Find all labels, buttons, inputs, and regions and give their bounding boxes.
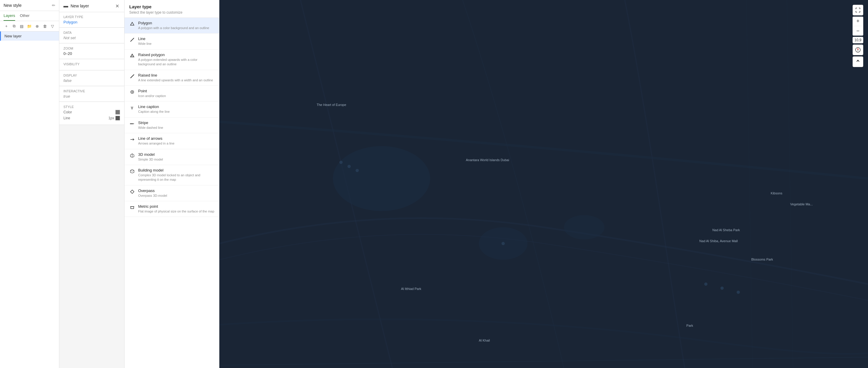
link-layer-button[interactable]: ⊗ — [34, 23, 40, 29]
line-label: Line — [63, 116, 70, 120]
layer-type-item-3d-model[interactable]: 3D modelSimple 3D model — [125, 149, 219, 165]
layer-type-item-metric-point[interactable]: Metric pointFlat image of physical size … — [125, 201, 219, 217]
layer-type-text-raised-polygon: Raised polygonA polygon extended upwards… — [138, 53, 214, 67]
zoom-in-button[interactable]: + — [852, 17, 863, 26]
svg-line-17 — [219, 357, 868, 365]
layer-type-desc-polygon: A polygon with a color background and an… — [138, 26, 214, 30]
zoom-section: Zoom 0–20 — [59, 44, 124, 59]
arrows-icon — [129, 137, 135, 142]
map-controls: + − 10,9 — [852, 5, 863, 67]
layer-type-item-raised-polygon[interactable]: Raised polygonA polygon extended upwards… — [125, 50, 219, 70]
zoom-out-button[interactable]: − — [852, 26, 863, 36]
layer-type-desc-line-of-arrows: Arrows arranged in a line — [138, 141, 214, 146]
building-model-icon — [129, 168, 135, 174]
svg-text:T: T — [131, 106, 133, 110]
layer-type-item-raised-line[interactable]: Raised lineA line extended upwards with … — [125, 70, 219, 86]
layer-type-text-3d-model: 3D modelSimple 3D model — [138, 152, 214, 162]
layer-type-item-stripe[interactable]: StripeWide dashed line — [125, 117, 219, 133]
layer-type-text-point: PointIcon and/or caption — [138, 89, 214, 98]
layer-type-desc-raised-polygon: A polygon extended upwards with a color … — [138, 58, 214, 67]
layer-type-desc-raised-line: A line extended upwards with a width and… — [138, 78, 214, 83]
layer-type-item-line[interactable]: LineWide line — [125, 33, 219, 49]
layer-type-panel-subtitle: Select the layer type to customize — [129, 10, 214, 15]
filter-layer-button[interactable]: ▽ — [49, 23, 56, 29]
svg-point-14 — [333, 146, 430, 211]
layer-panel: ▬ New layer ✕ Layer type Polygon Data No… — [59, 0, 125, 368]
layer-type-text-polygon: PolygonA polygon with a color background… — [138, 21, 214, 30]
layer-type-name-line: Line — [138, 36, 214, 41]
svg-rect-12 — [131, 206, 134, 209]
color-row: Color — [63, 110, 120, 115]
svg-line-0 — [130, 38, 134, 41]
line-color-swatch[interactable] — [115, 116, 120, 120]
location-button[interactable] — [852, 56, 863, 67]
svg-point-7 — [130, 123, 131, 124]
style-label: Style — [63, 105, 120, 109]
svg-line-19 — [746, 0, 754, 368]
layer-panel-title-group: ▬ New layer — [63, 3, 89, 9]
close-layer-panel-button[interactable]: ✕ — [114, 3, 120, 9]
map-label: Vegetable Ma... — [790, 202, 812, 206]
map-area[interactable]: The Heart of EuropeAnantara World Island… — [219, 0, 868, 368]
layer-type-item-building-model[interactable]: Building modelComplex 3D model locked to… — [125, 165, 219, 186]
layer-type-item-overpass[interactable]: OverpassOverpass 3D-model — [125, 186, 219, 201]
layer-list: New layer — [0, 31, 59, 368]
layer-type-label: Layer type — [63, 15, 120, 19]
3d-model-icon — [129, 152, 135, 159]
group-layer-button[interactable]: ▤ — [19, 23, 25, 29]
layer-type-item-line-caption[interactable]: TLine captionCaption along the line — [125, 102, 219, 117]
map-label: Park — [686, 324, 693, 327]
svg-point-16 — [564, 215, 604, 239]
map-background: The Heart of EuropeAnantara World Island… — [219, 0, 868, 368]
layer-type-desc-overpass: Overpass 3D-model — [138, 194, 214, 198]
folder-layer-button[interactable]: 📁 — [26, 23, 33, 29]
raised-polygon-icon — [129, 53, 135, 59]
map-label: Al Khail — [479, 339, 490, 342]
tab-layers[interactable]: Layers — [4, 11, 15, 21]
compass-button[interactable] — [852, 45, 863, 55]
interactive-label: Interactive — [63, 89, 120, 93]
layer-type-value[interactable]: Polygon — [63, 20, 120, 24]
svg-point-9 — [132, 123, 133, 124]
layer-type-text-line: LineWide line — [138, 36, 214, 46]
layer-type-text-overpass: OverpassOverpass 3D-model — [138, 189, 214, 198]
delete-layer-button[interactable]: 🗑 — [41, 23, 48, 29]
svg-line-20 — [787, 0, 795, 368]
interactive-section: Interactive true — [59, 86, 124, 102]
layer-type-icon: ▬ — [63, 3, 68, 9]
svg-point-4 — [132, 91, 133, 93]
copy-layer-button[interactable]: ⧉ — [11, 23, 17, 29]
polygon-icon — [129, 21, 135, 27]
display-value[interactable]: false — [63, 78, 120, 83]
layer-item[interactable]: New layer — [0, 31, 59, 41]
map-label: Anantara World Islands Dubai — [466, 158, 509, 162]
style-section: Style Color Line 1px — [59, 102, 124, 125]
map-label: Al Itthiad Park — [401, 287, 421, 290]
data-value[interactable]: Not set — [63, 36, 120, 40]
line-preview: 1px — [108, 116, 120, 120]
svg-line-1 — [130, 75, 134, 78]
svg-point-25 — [704, 283, 708, 286]
fullscreen-button[interactable] — [852, 5, 863, 16]
edit-icon[interactable]: ✏ — [52, 3, 56, 8]
layer-type-name-line-of-arrows: Line of arrows — [138, 136, 214, 141]
data-label: Data — [63, 31, 120, 34]
map-label: Kibsons — [771, 191, 782, 195]
zoom-controls: + − — [852, 17, 863, 36]
layer-type-item-point[interactable]: PointIcon and/or caption — [125, 86, 219, 102]
add-layer-button[interactable]: ＋ — [3, 23, 9, 29]
layer-type-name-stripe: Stripe — [138, 120, 214, 125]
layer-type-desc-metric-point: Flat image of physical size on the surfa… — [138, 209, 214, 214]
layer-type-text-raised-line: Raised lineA line extended upwards with … — [138, 73, 214, 83]
interactive-value[interactable]: true — [63, 94, 120, 98]
layer-type-item-line-of-arrows[interactable]: Line of arrowsArrows arranged in a line — [125, 133, 219, 149]
point-icon — [129, 89, 135, 95]
tab-other[interactable]: Other — [20, 11, 30, 21]
layer-type-header: Layer type Select the layer type to cust… — [125, 0, 219, 18]
map-label: Nad Al Shiba, Avenue Mall — [699, 239, 738, 243]
color-swatch[interactable] — [115, 110, 120, 115]
layer-type-item-polygon[interactable]: PolygonA polygon with a color background… — [125, 18, 219, 33]
zoom-value[interactable]: 0–20 — [63, 51, 120, 56]
layer-type-desc-3d-model: Simple 3D model — [138, 157, 214, 162]
layer-type-text-metric-point: Metric pointFlat image of physical size … — [138, 204, 214, 214]
